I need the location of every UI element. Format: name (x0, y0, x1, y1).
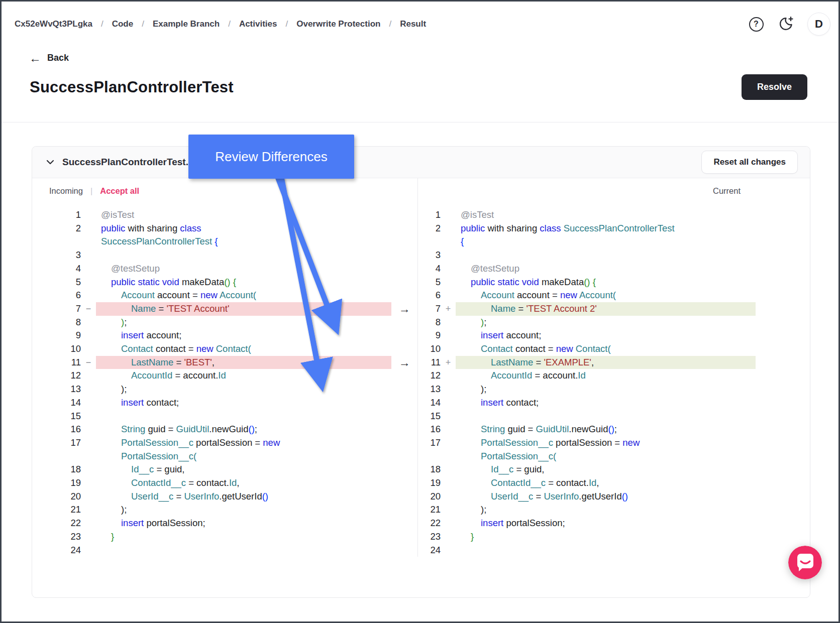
line-number: 15 (418, 410, 441, 423)
reset-all-changes-button[interactable]: Reset all changes (701, 151, 798, 174)
line-number: 3 (418, 248, 441, 262)
breadcrumb-separator: / (228, 19, 231, 29)
line-number: 2 (418, 222, 441, 235)
diff-row-left-12: 12AccountId = account.Id (32, 369, 391, 383)
diff-row-left-wrap: PortalSession__c( (32, 450, 391, 463)
removed-line-marker: − (81, 302, 96, 316)
top-bar: Cx52eWvQt3PLgka/Code/Example Branch/Acti… (2, 2, 838, 36)
accept-all-button[interactable]: Accept all (100, 186, 139, 196)
diff-row-left-2: 2public with sharing class (32, 222, 391, 235)
back-arrow-icon: ← (29, 53, 41, 63)
breadcrumb-separator: / (101, 19, 103, 29)
code-line: public static void makeData() { (456, 276, 756, 289)
line-number: 13 (32, 383, 81, 396)
diff-row-left-9: 9insert account; (32, 329, 391, 342)
user-avatar[interactable]: D (807, 13, 830, 36)
back-button[interactable]: ← Back (29, 53, 838, 63)
code-line: insert contact; (456, 396, 756, 410)
breadcrumb-separator: / (142, 19, 144, 29)
added-line-marker: + (441, 356, 456, 369)
breadcrumb-item[interactable]: Activities (239, 19, 277, 29)
code-line: @isTest (96, 208, 391, 222)
code-line: Name = 'TEST Account' (96, 302, 391, 316)
diff-row-right-9: 9insert account; (418, 329, 756, 342)
line-number: 18 (32, 463, 81, 476)
line-number: 13 (418, 383, 441, 396)
diff-row-right-19: 19ContactId__c = contact.Id, (418, 476, 756, 490)
breadcrumb-item[interactable]: Code (112, 19, 134, 29)
code-line: LastName = 'EXAMPLE', (456, 356, 756, 369)
diff-row-left-20: 20UserId__c = UserInfo.getUserId() (32, 490, 391, 504)
code-line: } (96, 530, 391, 544)
apply-change-arrow-button[interactable]: → (391, 356, 417, 369)
code-line: ContactId__c = contact.Id, (456, 476, 756, 490)
code-line: Id__c = guid, (96, 463, 391, 476)
line-number: 12 (418, 369, 441, 383)
code-line: @isTest (456, 208, 756, 222)
back-label: Back (47, 53, 69, 63)
breadcrumb-item[interactable]: Example Branch (153, 19, 220, 29)
diff-row-left-4: 4@testSetup (32, 262, 391, 276)
line-number: 10 (418, 342, 441, 356)
code-line: @testSetup (96, 262, 391, 276)
code-line: { (456, 235, 756, 248)
code-line: insert portalSession; (456, 517, 756, 530)
section-divider (2, 122, 838, 122)
removed-line-marker: − (81, 356, 96, 369)
apply-change-arrow-button[interactable]: → (391, 302, 417, 316)
chat-launcher-button[interactable] (788, 546, 822, 579)
title-row: SuccessPlanControllerTest Resolve (30, 74, 807, 100)
breadcrumb-item[interactable]: Overwrite Protection (296, 19, 380, 29)
line-number: 5 (32, 276, 81, 289)
resolve-button[interactable]: Resolve (742, 74, 807, 100)
diff-row-left-10: 10Contact contact = new Contact( (32, 342, 391, 356)
incoming-pane: Incoming | Accept all 1@isTest2public wi… (32, 178, 391, 557)
line-number: 6 (32, 289, 81, 302)
incoming-code: 1@isTest2public with sharing classSucces… (32, 199, 391, 557)
added-line-marker: + (441, 302, 456, 316)
code-line: UserId__c = UserInfo.getUserId() (96, 490, 391, 504)
diff-row-left-22: 22insert portalSession; (32, 517, 391, 530)
diff-row-right-5: 5public static void makeData() { (418, 276, 756, 289)
diff-row-right-11: 11+LastName = 'EXAMPLE', (418, 356, 756, 369)
diff-row-left-7: 7−Name = 'TEST Account' (32, 302, 391, 316)
code-line: ContactId__c = contact.Id, (96, 476, 391, 490)
diff-row-left-18: 18Id__c = guid, (32, 463, 391, 476)
line-number: 19 (418, 476, 441, 490)
help-button[interactable]: ? (748, 16, 764, 32)
code-line: AccountId = account.Id (456, 369, 756, 383)
line-number: 20 (418, 490, 441, 504)
line-number: 24 (32, 544, 81, 557)
diff-row-right-15: 15 (418, 410, 756, 423)
line-number: 16 (418, 423, 441, 436)
code-line: SuccessPlanControllerTest { (96, 235, 391, 248)
breadcrumb-separator: / (389, 19, 391, 29)
line-number: 23 (418, 530, 441, 544)
current-pane-header: Current (418, 178, 756, 199)
diff-row-right-22: 22insert portalSession; (418, 517, 756, 530)
chevron-down-icon[interactable] (45, 157, 55, 167)
breadcrumb-item[interactable]: Cx52eWvQt3PLgka (15, 19, 92, 29)
breadcrumb: Cx52eWvQt3PLgka/Code/Example Branch/Acti… (15, 19, 426, 29)
diff-row-right-14: 14insert contact; (418, 396, 756, 410)
code-line: PortalSession__c portalSession = new (456, 436, 756, 450)
diff-row-right-wrap: { (418, 235, 756, 248)
line-number: 16 (32, 423, 81, 436)
code-line: Name = 'TEST Account 2' (456, 302, 756, 316)
breadcrumb-item[interactable]: Result (400, 19, 426, 29)
diff-row-left-19: 19ContactId__c = contact.Id, (32, 476, 391, 490)
code-line: String guid = GuidUtil.newGuid(); (456, 423, 756, 436)
line-number: 24 (418, 544, 441, 557)
line-number: 3 (32, 248, 81, 262)
code-line: LastName = 'BEST', (96, 356, 391, 369)
dark-mode-button[interactable] (778, 16, 794, 32)
incoming-pane-header: Incoming | Accept all (32, 178, 391, 199)
line-number: 14 (32, 396, 81, 410)
code-line: @testSetup (456, 262, 756, 276)
diff-row-right-16: 16String guid = GuidUtil.newGuid(); (418, 423, 756, 436)
line-number: 1 (418, 208, 441, 222)
diff-row-left-1: 1@isTest (32, 208, 391, 222)
line-number: 11 (32, 356, 81, 369)
code-line: insert account; (96, 329, 391, 342)
diff-gutter: →→ (391, 178, 417, 557)
